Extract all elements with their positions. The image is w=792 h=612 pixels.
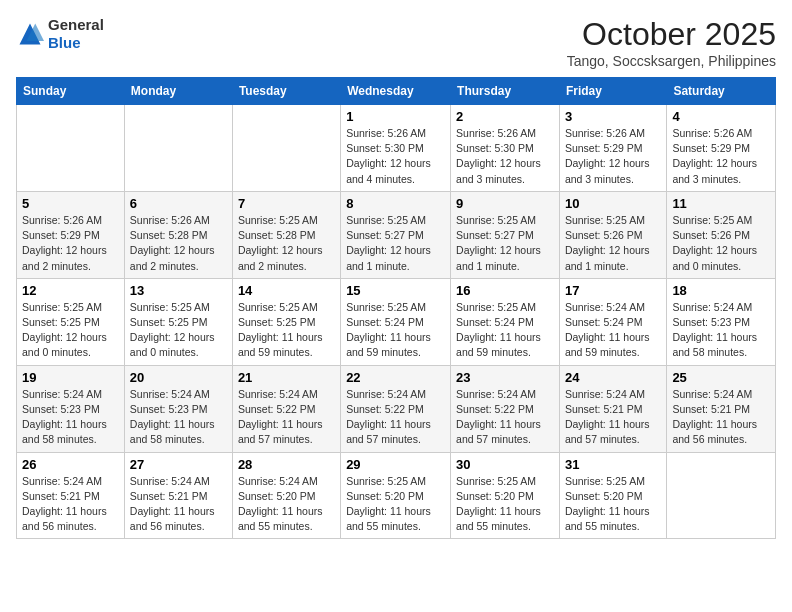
calendar-cell: 12Sunrise: 5:25 AM Sunset: 5:25 PM Dayli… (17, 278, 125, 365)
day-number: 27 (130, 457, 227, 472)
day-info: Sunrise: 5:24 AM Sunset: 5:21 PM Dayligh… (565, 387, 661, 448)
calendar-cell: 9Sunrise: 5:25 AM Sunset: 5:27 PM Daylig… (451, 191, 560, 278)
calendar-cell: 1Sunrise: 5:26 AM Sunset: 5:30 PM Daylig… (341, 105, 451, 192)
weekday-header-friday: Friday (559, 78, 666, 105)
calendar-cell: 6Sunrise: 5:26 AM Sunset: 5:28 PM Daylig… (124, 191, 232, 278)
calendar-title: October 2025 (567, 16, 776, 53)
calendar-cell: 16Sunrise: 5:25 AM Sunset: 5:24 PM Dayli… (451, 278, 560, 365)
day-info: Sunrise: 5:26 AM Sunset: 5:29 PM Dayligh… (22, 213, 119, 274)
day-number: 5 (22, 196, 119, 211)
day-number: 28 (238, 457, 335, 472)
day-info: Sunrise: 5:25 AM Sunset: 5:27 PM Dayligh… (346, 213, 445, 274)
calendar-week-4: 26Sunrise: 5:24 AM Sunset: 5:21 PM Dayli… (17, 452, 776, 539)
calendar-cell: 11Sunrise: 5:25 AM Sunset: 5:26 PM Dayli… (667, 191, 776, 278)
day-number: 31 (565, 457, 661, 472)
day-info: Sunrise: 5:25 AM Sunset: 5:26 PM Dayligh… (672, 213, 770, 274)
day-number: 11 (672, 196, 770, 211)
calendar-cell: 26Sunrise: 5:24 AM Sunset: 5:21 PM Dayli… (17, 452, 125, 539)
day-number: 25 (672, 370, 770, 385)
calendar-cell: 22Sunrise: 5:24 AM Sunset: 5:22 PM Dayli… (341, 365, 451, 452)
day-number: 13 (130, 283, 227, 298)
calendar-cell (232, 105, 340, 192)
day-info: Sunrise: 5:24 AM Sunset: 5:22 PM Dayligh… (456, 387, 554, 448)
day-number: 21 (238, 370, 335, 385)
day-info: Sunrise: 5:24 AM Sunset: 5:21 PM Dayligh… (130, 474, 227, 535)
day-info: Sunrise: 5:25 AM Sunset: 5:24 PM Dayligh… (346, 300, 445, 361)
day-info: Sunrise: 5:24 AM Sunset: 5:20 PM Dayligh… (238, 474, 335, 535)
calendar-cell: 24Sunrise: 5:24 AM Sunset: 5:21 PM Dayli… (559, 365, 666, 452)
day-info: Sunrise: 5:25 AM Sunset: 5:20 PM Dayligh… (346, 474, 445, 535)
calendar-subtitle: Tango, Soccsksargen, Philippines (567, 53, 776, 69)
day-number: 16 (456, 283, 554, 298)
calendar-cell (17, 105, 125, 192)
day-info: Sunrise: 5:25 AM Sunset: 5:20 PM Dayligh… (565, 474, 661, 535)
day-info: Sunrise: 5:26 AM Sunset: 5:30 PM Dayligh… (346, 126, 445, 187)
weekday-header-monday: Monday (124, 78, 232, 105)
day-number: 3 (565, 109, 661, 124)
day-info: Sunrise: 5:24 AM Sunset: 5:22 PM Dayligh… (238, 387, 335, 448)
calendar-cell: 3Sunrise: 5:26 AM Sunset: 5:29 PM Daylig… (559, 105, 666, 192)
title-area: October 2025 Tango, Soccsksargen, Philip… (567, 16, 776, 69)
calendar-week-1: 5Sunrise: 5:26 AM Sunset: 5:29 PM Daylig… (17, 191, 776, 278)
day-info: Sunrise: 5:25 AM Sunset: 5:20 PM Dayligh… (456, 474, 554, 535)
day-number: 22 (346, 370, 445, 385)
day-number: 20 (130, 370, 227, 385)
calendar-cell: 4Sunrise: 5:26 AM Sunset: 5:29 PM Daylig… (667, 105, 776, 192)
calendar-cell: 18Sunrise: 5:24 AM Sunset: 5:23 PM Dayli… (667, 278, 776, 365)
day-info: Sunrise: 5:26 AM Sunset: 5:29 PM Dayligh… (565, 126, 661, 187)
calendar-cell: 13Sunrise: 5:25 AM Sunset: 5:25 PM Dayli… (124, 278, 232, 365)
calendar-cell: 7Sunrise: 5:25 AM Sunset: 5:28 PM Daylig… (232, 191, 340, 278)
logo-icon (16, 20, 44, 48)
calendar-cell: 15Sunrise: 5:25 AM Sunset: 5:24 PM Dayli… (341, 278, 451, 365)
day-info: Sunrise: 5:25 AM Sunset: 5:27 PM Dayligh… (456, 213, 554, 274)
day-info: Sunrise: 5:24 AM Sunset: 5:23 PM Dayligh… (130, 387, 227, 448)
day-info: Sunrise: 5:24 AM Sunset: 5:21 PM Dayligh… (22, 474, 119, 535)
day-info: Sunrise: 5:26 AM Sunset: 5:30 PM Dayligh… (456, 126, 554, 187)
day-number: 4 (672, 109, 770, 124)
calendar-cell: 10Sunrise: 5:25 AM Sunset: 5:26 PM Dayli… (559, 191, 666, 278)
calendar-week-3: 19Sunrise: 5:24 AM Sunset: 5:23 PM Dayli… (17, 365, 776, 452)
day-info: Sunrise: 5:24 AM Sunset: 5:23 PM Dayligh… (22, 387, 119, 448)
day-number: 19 (22, 370, 119, 385)
day-info: Sunrise: 5:26 AM Sunset: 5:28 PM Dayligh… (130, 213, 227, 274)
day-number: 7 (238, 196, 335, 211)
weekday-header-wednesday: Wednesday (341, 78, 451, 105)
day-number: 8 (346, 196, 445, 211)
weekday-header-thursday: Thursday (451, 78, 560, 105)
day-number: 2 (456, 109, 554, 124)
day-number: 17 (565, 283, 661, 298)
calendar-week-2: 12Sunrise: 5:25 AM Sunset: 5:25 PM Dayli… (17, 278, 776, 365)
day-info: Sunrise: 5:25 AM Sunset: 5:25 PM Dayligh… (238, 300, 335, 361)
day-info: Sunrise: 5:25 AM Sunset: 5:28 PM Dayligh… (238, 213, 335, 274)
calendar-cell: 28Sunrise: 5:24 AM Sunset: 5:20 PM Dayli… (232, 452, 340, 539)
logo-text: General Blue (48, 16, 104, 52)
day-number: 30 (456, 457, 554, 472)
weekday-header-tuesday: Tuesday (232, 78, 340, 105)
calendar-cell: 25Sunrise: 5:24 AM Sunset: 5:21 PM Dayli… (667, 365, 776, 452)
calendar-cell: 14Sunrise: 5:25 AM Sunset: 5:25 PM Dayli… (232, 278, 340, 365)
day-number: 18 (672, 283, 770, 298)
weekday-header-saturday: Saturday (667, 78, 776, 105)
day-number: 29 (346, 457, 445, 472)
day-number: 10 (565, 196, 661, 211)
calendar-cell: 17Sunrise: 5:24 AM Sunset: 5:24 PM Dayli… (559, 278, 666, 365)
logo: General Blue (16, 16, 104, 52)
calendar-cell: 5Sunrise: 5:26 AM Sunset: 5:29 PM Daylig… (17, 191, 125, 278)
calendar-week-0: 1Sunrise: 5:26 AM Sunset: 5:30 PM Daylig… (17, 105, 776, 192)
day-info: Sunrise: 5:26 AM Sunset: 5:29 PM Dayligh… (672, 126, 770, 187)
day-number: 1 (346, 109, 445, 124)
day-info: Sunrise: 5:25 AM Sunset: 5:26 PM Dayligh… (565, 213, 661, 274)
calendar-cell: 8Sunrise: 5:25 AM Sunset: 5:27 PM Daylig… (341, 191, 451, 278)
day-number: 12 (22, 283, 119, 298)
page-header: General Blue October 2025 Tango, Soccsks… (16, 16, 776, 69)
calendar-cell: 2Sunrise: 5:26 AM Sunset: 5:30 PM Daylig… (451, 105, 560, 192)
day-info: Sunrise: 5:24 AM Sunset: 5:22 PM Dayligh… (346, 387, 445, 448)
day-info: Sunrise: 5:25 AM Sunset: 5:25 PM Dayligh… (130, 300, 227, 361)
day-number: 6 (130, 196, 227, 211)
calendar-cell: 29Sunrise: 5:25 AM Sunset: 5:20 PM Dayli… (341, 452, 451, 539)
day-number: 24 (565, 370, 661, 385)
day-info: Sunrise: 5:25 AM Sunset: 5:25 PM Dayligh… (22, 300, 119, 361)
calendar-cell: 23Sunrise: 5:24 AM Sunset: 5:22 PM Dayli… (451, 365, 560, 452)
calendar-table: SundayMondayTuesdayWednesdayThursdayFrid… (16, 77, 776, 539)
calendar-cell: 27Sunrise: 5:24 AM Sunset: 5:21 PM Dayli… (124, 452, 232, 539)
